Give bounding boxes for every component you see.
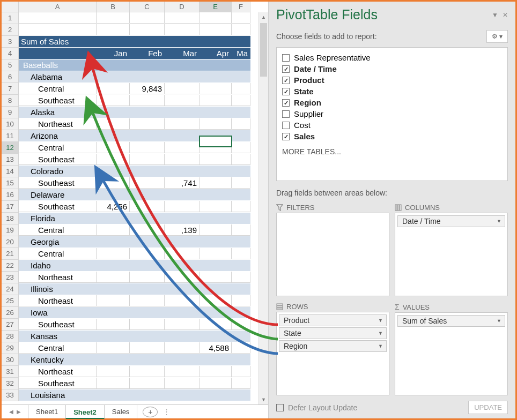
- pivot-state-cell[interactable]: Kentucky: [19, 354, 97, 365]
- value-cell[interactable]: [232, 83, 250, 94]
- row-header[interactable]: 26: [2, 307, 19, 319]
- cell[interactable]: [200, 59, 232, 71]
- cell[interactable]: [232, 307, 250, 318]
- cell[interactable]: [19, 48, 97, 59]
- cell[interactable]: [200, 283, 232, 295]
- row-header[interactable]: 10: [2, 118, 19, 130]
- pivot-state-cell[interactable]: Alaska: [19, 107, 97, 118]
- value-cell[interactable]: [232, 378, 250, 389]
- cell[interactable]: [232, 107, 250, 118]
- cell[interactable]: [97, 189, 130, 200]
- value-cell[interactable]: [200, 154, 232, 165]
- row-header[interactable]: 31: [2, 366, 19, 378]
- value-cell[interactable]: [200, 83, 232, 94]
- cell[interactable]: [97, 107, 130, 118]
- cell[interactable]: [165, 236, 200, 248]
- defer-checkbox[interactable]: [276, 404, 284, 411]
- pivot-state-cell[interactable]: Idaho: [19, 260, 97, 271]
- cell[interactable]: [165, 389, 200, 401]
- value-cell[interactable]: [232, 366, 250, 377]
- field-checkbox[interactable]: [282, 122, 290, 129]
- value-cell[interactable]: [165, 295, 200, 306]
- scroll-up-arrow-icon[interactable]: ▲: [259, 12, 268, 22]
- pivot-region-cell[interactable]: Northeast: [19, 366, 97, 377]
- cell[interactable]: [232, 130, 250, 141]
- cell[interactable]: [232, 59, 250, 71]
- row-header[interactable]: 13: [2, 154, 19, 166]
- sheet-tab-sales[interactable]: Sales: [104, 405, 138, 418]
- field-checkbox[interactable]: ✓: [282, 99, 290, 107]
- pill-dropdown-icon[interactable]: ▼: [497, 318, 501, 324]
- month-header-cell[interactable]: Mar: [165, 48, 200, 59]
- row-header[interactable]: 20: [2, 236, 19, 248]
- value-cell[interactable]: [165, 201, 200, 212]
- row-header[interactable]: 32: [2, 378, 19, 389]
- pivot-state-cell[interactable]: Louisiana: [19, 389, 97, 401]
- sheet-tab-sheet2[interactable]: Sheet2: [65, 406, 105, 419]
- cell[interactable]: [97, 130, 130, 141]
- field-list-settings-button[interactable]: ⚙ ▾: [486, 30, 508, 43]
- row-header[interactable]: 15: [2, 177, 19, 189]
- row-header[interactable]: 23: [2, 272, 19, 283]
- cell[interactable]: [165, 331, 200, 342]
- scroll-down-arrow-icon[interactable]: ▼: [259, 395, 268, 404]
- field-checkbox[interactable]: ✓: [282, 88, 290, 95]
- value-cell[interactable]: [130, 366, 165, 377]
- row-header[interactable]: 18: [2, 213, 19, 224]
- value-cell[interactable]: [165, 142, 200, 153]
- pivot-state-cell[interactable]: Delaware: [19, 189, 97, 200]
- cell[interactable]: [232, 36, 250, 47]
- value-cell[interactable]: [97, 342, 130, 354]
- nav-prev-icon[interactable]: ◀: [9, 409, 13, 415]
- cell[interactable]: [130, 130, 165, 141]
- panel-menu-icon[interactable]: ▼: [492, 11, 498, 19]
- pivot-region-cell[interactable]: Central: [19, 224, 97, 236]
- row-header[interactable]: 30: [2, 354, 19, 366]
- row-header[interactable]: 3: [2, 36, 19, 48]
- cell[interactable]: [97, 166, 130, 177]
- cell[interactable]: [200, 24, 232, 35]
- field-list-item[interactable]: ✓ Sales: [277, 131, 507, 142]
- month-header-cell[interactable]: Feb: [130, 48, 165, 59]
- cell[interactable]: [200, 12, 232, 24]
- column-header[interactable]: B: [97, 2, 130, 12]
- value-cell[interactable]: 4,256: [97, 201, 130, 212]
- cell[interactable]: [130, 24, 165, 35]
- cell[interactable]: [165, 283, 200, 295]
- field-list-item[interactable]: ✓ Region: [277, 97, 507, 108]
- cell[interactable]: [232, 71, 250, 82]
- field-list-item[interactable]: Sales Representative: [277, 52, 507, 63]
- sheet-tab-sheet1[interactable]: Sheet1: [28, 405, 66, 418]
- cell[interactable]: [200, 36, 232, 47]
- value-cell[interactable]: [232, 142, 250, 153]
- value-cell[interactable]: [130, 118, 165, 130]
- cell[interactable]: [97, 260, 130, 271]
- vertical-scrollbar[interactable]: ▲ ▼: [258, 12, 268, 404]
- row-header[interactable]: 1: [2, 12, 19, 24]
- cell[interactable]: [200, 213, 232, 224]
- update-button[interactable]: UPDATE: [468, 401, 508, 414]
- row-header[interactable]: 4: [2, 48, 19, 59]
- cell[interactable]: [19, 24, 97, 35]
- row-header[interactable]: 25: [2, 295, 19, 307]
- cell[interactable]: [130, 354, 165, 365]
- pivot-product-cell[interactable]: Baseballs: [19, 59, 97, 71]
- pill-dropdown-icon[interactable]: ▼: [378, 318, 383, 323]
- value-cell[interactable]: [232, 224, 250, 236]
- cell[interactable]: [130, 189, 165, 200]
- value-cell[interactable]: ,139: [165, 224, 200, 236]
- more-tables-link[interactable]: MORE TABLES...: [277, 142, 507, 156]
- value-cell[interactable]: [165, 118, 200, 130]
- value-cell[interactable]: [232, 118, 250, 130]
- pivot-state-cell[interactable]: Illinois: [19, 283, 97, 295]
- column-header[interactable]: F: [232, 2, 250, 12]
- value-cell[interactable]: [200, 95, 232, 106]
- value-cell[interactable]: [130, 177, 165, 189]
- row-header[interactable]: 12: [2, 142, 19, 154]
- pivot-region-cell[interactable]: Central: [19, 248, 97, 259]
- cell[interactable]: [232, 24, 250, 35]
- value-cell[interactable]: [97, 272, 130, 283]
- field-list-item[interactable]: Cost: [277, 119, 507, 131]
- cell[interactable]: [232, 236, 250, 248]
- value-cell[interactable]: [165, 272, 200, 283]
